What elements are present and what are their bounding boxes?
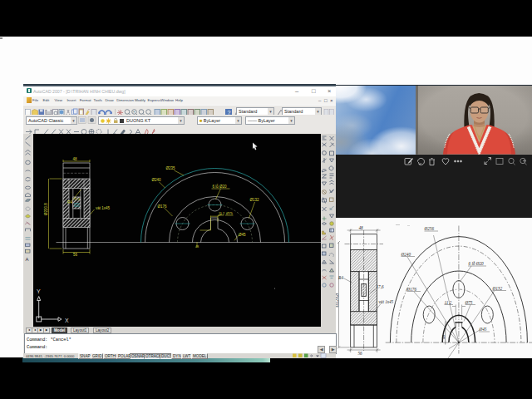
svg-text:Ø132: Ø132 bbox=[249, 198, 259, 202]
svg-text:Ø45: Ø45 bbox=[479, 327, 487, 332]
svg-text:56: 56 bbox=[73, 253, 78, 257]
svg-text:Ø240: Ø240 bbox=[401, 251, 411, 256]
svg-text:A: A bbox=[26, 257, 29, 261]
svg-text:48: 48 bbox=[441, 334, 446, 339]
svg-text:11 2: 11 2 bbox=[445, 299, 452, 304]
svg-text:Ø220,8: Ø220,8 bbox=[336, 293, 339, 308]
svg-text:vát 1x45: vát 1x45 bbox=[96, 206, 111, 210]
svg-text:R4: R4 bbox=[337, 275, 343, 280]
svg-text:+: + bbox=[133, 110, 135, 114]
svg-text:Y: Y bbox=[37, 288, 41, 294]
svg-text:6 lỗ Ø20: 6 lỗ Ø20 bbox=[469, 261, 485, 266]
svg-text:X: X bbox=[65, 318, 69, 323]
svg-text:Ø176: Ø176 bbox=[157, 204, 167, 209]
svg-text:vát 1x45: vát 1x45 bbox=[379, 299, 394, 304]
svg-text:Ø235: Ø235 bbox=[165, 166, 175, 170]
svg-text:17,6: 17,6 bbox=[377, 283, 384, 288]
svg-text:48: 48 bbox=[359, 224, 364, 229]
svg-text:56: 56 bbox=[358, 351, 363, 356]
svg-text:Ø176: Ø176 bbox=[406, 286, 417, 291]
svg-text:Ø256: Ø256 bbox=[424, 226, 435, 231]
svg-text:11.2: 11.2 bbox=[219, 212, 224, 215]
svg-text:17,6: 17,6 bbox=[74, 198, 80, 201]
svg-text:48: 48 bbox=[72, 157, 77, 161]
svg-text:48: 48 bbox=[195, 245, 199, 249]
svg-text:Ø75: Ø75 bbox=[465, 299, 473, 304]
svg-text:Ø132: Ø132 bbox=[492, 285, 503, 290]
svg-text:Ø45: Ø45 bbox=[239, 233, 246, 237]
svg-text:Ø75: Ø75 bbox=[226, 211, 234, 215]
svg-text:R4: R4 bbox=[67, 200, 72, 204]
svg-text:Ø220.8: Ø220.8 bbox=[44, 203, 48, 215]
svg-text:Ø240: Ø240 bbox=[151, 178, 161, 182]
svg-text:6 lỗ Ø20: 6 lỗ Ø20 bbox=[212, 184, 227, 189]
